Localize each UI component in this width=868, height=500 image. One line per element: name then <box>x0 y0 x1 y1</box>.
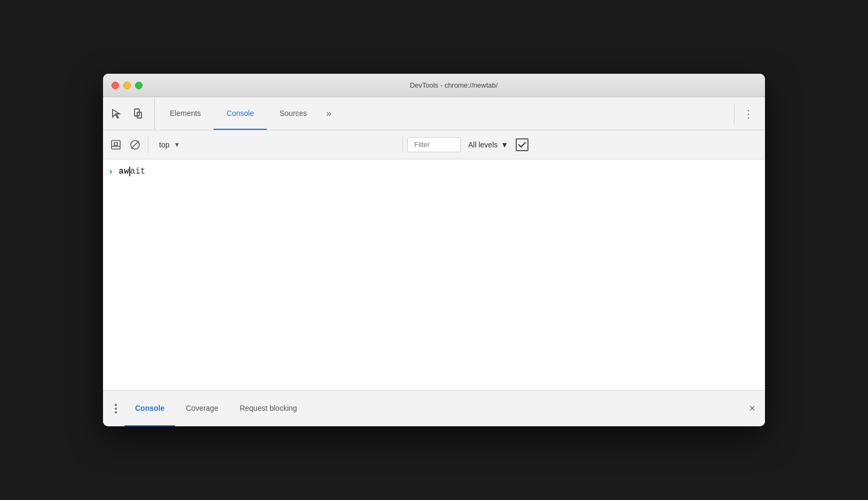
minimize-button[interactable] <box>123 82 131 89</box>
drawer-menu-button[interactable] <box>107 400 124 417</box>
top-toolbar: Elements Console Sources » ⋮ <box>103 97 765 130</box>
drawer-tabs: Console Coverage Request blocking <box>124 390 744 426</box>
log-levels-label: All levels <box>468 140 498 149</box>
prompt-arrow-icon[interactable]: › <box>109 167 112 176</box>
toolbar-separator <box>734 104 735 123</box>
devtools-panel: Elements Console Sources » ⋮ <box>103 97 765 426</box>
svg-marker-4 <box>114 143 117 145</box>
close-drawer-button[interactable]: × <box>744 400 761 417</box>
log-levels-selector[interactable]: All levels ▼ <box>463 138 514 151</box>
console-input-normal: ait <box>130 167 146 176</box>
more-tabs-button[interactable]: » <box>320 97 338 130</box>
show-console-drawer-button[interactable] <box>107 136 124 153</box>
settings-checkbox[interactable] <box>516 138 528 151</box>
console-output[interactable]: › aw ait <box>103 159 765 390</box>
title-bar: DevTools - chrome://newtab/ <box>103 74 765 97</box>
console-input-bold: aw <box>119 167 129 176</box>
drawer-tab-console[interactable]: Console <box>124 390 175 426</box>
close-button[interactable] <box>112 82 119 89</box>
tab-elements[interactable]: Elements <box>157 97 214 130</box>
clear-console-button[interactable] <box>127 136 144 153</box>
toolbar-icons <box>107 97 155 130</box>
console-toolbar-separator-2 <box>403 136 403 153</box>
console-toolbar: top ▼ All levels ▼ <box>103 130 765 159</box>
drawer-tab-request-blocking[interactable]: Request blocking <box>229 390 307 426</box>
device-toolbar-icon-button[interactable] <box>129 104 148 123</box>
more-options-button[interactable]: ⋮ <box>737 97 761 130</box>
maximize-button[interactable] <box>135 82 143 89</box>
console-input-text: aw ait <box>119 167 145 176</box>
log-levels-dropdown-arrow-icon: ▼ <box>501 140 508 149</box>
main-tabs: Elements Console Sources » <box>157 97 732 130</box>
context-selector-value: top <box>159 140 169 149</box>
bottom-drawer: Console Coverage Request blocking × <box>103 390 765 426</box>
window-title: DevTools - chrome://newtab/ <box>151 81 756 89</box>
devtools-window: DevTools - chrome://newtab/ <box>103 74 765 426</box>
tab-console[interactable]: Console <box>214 97 266 130</box>
context-dropdown-arrow-icon: ▼ <box>173 141 180 149</box>
console-input-line: › aw ait <box>103 159 765 183</box>
console-toolbar-separator <box>148 136 148 153</box>
drawer-tab-coverage[interactable]: Coverage <box>175 390 229 426</box>
three-dots-vertical-icon <box>115 404 117 413</box>
filter-input[interactable] <box>407 137 461 152</box>
inspect-icon-button[interactable] <box>107 104 127 123</box>
tab-sources[interactable]: Sources <box>267 97 320 130</box>
svg-rect-2 <box>112 140 120 149</box>
traffic-lights <box>112 82 143 89</box>
context-selector[interactable]: top ▼ <box>153 138 398 151</box>
svg-line-7 <box>131 141 139 149</box>
